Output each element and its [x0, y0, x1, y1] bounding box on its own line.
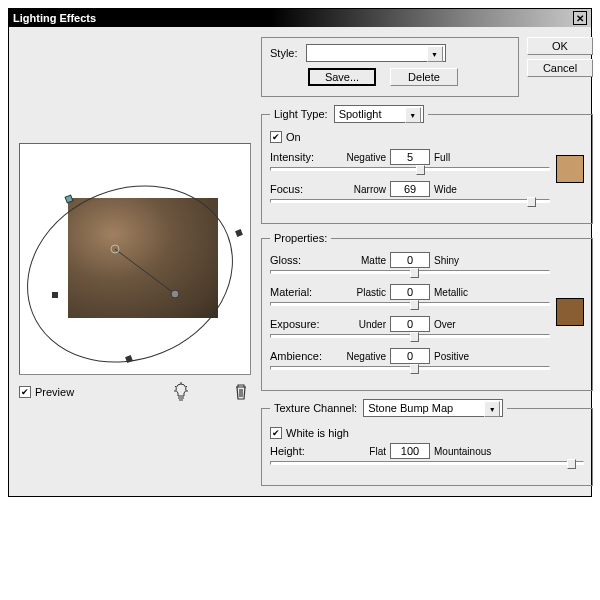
- light-type-label: Light Type:: [274, 108, 328, 120]
- intensity-value[interactable]: 5: [390, 149, 430, 165]
- lightbulb-icon[interactable]: [171, 381, 191, 403]
- ambience-slider[interactable]: Ambience: Negative 0 Positive: [270, 348, 550, 370]
- light-type-select[interactable]: Spotlight: [334, 105, 424, 123]
- preview-toolbar: ✔ Preview: [19, 381, 251, 403]
- style-group: Style: Save... Delete: [261, 37, 519, 97]
- lighting-effects-dialog: Lighting Effects ✕ ✔: [8, 8, 592, 497]
- checkbox-icon: ✔: [19, 386, 31, 398]
- height-slider[interactable]: Height: Flat 100 Mountainous: [270, 443, 584, 465]
- svg-rect-5: [52, 292, 58, 298]
- exposure-slider[interactable]: Exposure: Under 0 Over: [270, 316, 550, 338]
- style-select[interactable]: [306, 44, 446, 62]
- cancel-button[interactable]: Cancel: [527, 59, 593, 77]
- on-label: On: [286, 131, 301, 143]
- svg-point-0: [20, 156, 251, 375]
- material-slider[interactable]: Material: Plastic 0 Metallic: [270, 284, 550, 306]
- on-checkbox[interactable]: ✔ On: [270, 131, 584, 143]
- titlebar: Lighting Effects ✕: [9, 9, 591, 27]
- svg-point-3: [171, 290, 179, 298]
- focus-value[interactable]: 69: [390, 181, 430, 197]
- save-button[interactable]: Save...: [308, 68, 376, 86]
- checkbox-icon: ✔: [270, 427, 282, 439]
- window-title: Lighting Effects: [13, 12, 96, 24]
- svg-rect-7: [235, 229, 243, 237]
- light-color-swatch[interactable]: [556, 155, 584, 183]
- light-gizmo[interactable]: [20, 144, 251, 375]
- close-icon[interactable]: ✕: [573, 11, 587, 25]
- intensity-slider[interactable]: Intensity: Negative 5 Full: [270, 149, 550, 171]
- preview-label: Preview: [35, 386, 74, 398]
- texture-channel-select[interactable]: Stone Bump Map: [363, 399, 503, 417]
- delete-button[interactable]: Delete: [390, 68, 458, 86]
- style-label: Style:: [270, 47, 298, 59]
- preview-checkbox[interactable]: ✔ Preview: [19, 386, 74, 398]
- white-high-checkbox[interactable]: ✔ White is high: [270, 427, 584, 439]
- ok-button[interactable]: OK: [527, 37, 593, 55]
- focus-slider[interactable]: Focus: Narrow 69 Wide: [270, 181, 550, 203]
- preview-canvas[interactable]: [19, 143, 251, 375]
- checkbox-icon: ✔: [270, 131, 282, 143]
- preview-panel: ✔ Preview: [19, 37, 251, 486]
- light-type-group: Light Type: Spotlight ✔ On Intensity: Ne…: [261, 105, 593, 224]
- gloss-slider[interactable]: Gloss: Matte 0 Shiny: [270, 252, 550, 274]
- svg-line-1: [115, 249, 175, 294]
- texture-group: Texture Channel: Stone Bump Map ✔ White …: [261, 399, 593, 486]
- ambient-color-swatch[interactable]: [556, 298, 584, 326]
- properties-group: Properties: Gloss: Matte 0 Shiny Materia…: [261, 232, 593, 391]
- trash-icon[interactable]: [231, 381, 251, 403]
- svg-rect-4: [65, 195, 73, 203]
